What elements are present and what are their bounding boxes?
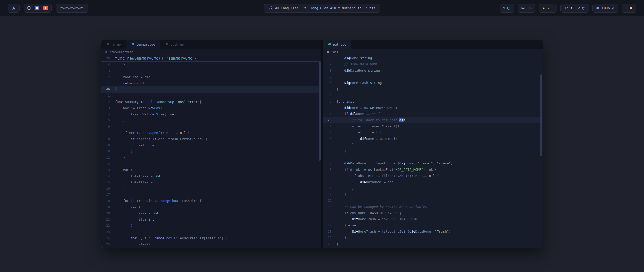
line-text: diqHome string	[337, 55, 372, 61]
keyboard-layout-module[interactable]: US	[518, 4, 535, 13]
app-launcher-button[interactable]	[8, 4, 20, 13]
line-text: item int	[115, 217, 154, 223]
code-line[interactable]: 11 }	[101, 155, 321, 161]
code-line[interactable]: 11 }	[323, 185, 543, 191]
code-line[interactable]: 3func init() {	[323, 98, 543, 105]
code-line[interactable]: 17	[101, 192, 321, 198]
code-line[interactable]: 14 totalSize int64	[101, 173, 321, 180]
code-line[interactable]: 8 if !errors.Is(err, trash.ErrNotFound) …	[101, 136, 321, 142]
code-line[interactable]: 10 }	[101, 148, 321, 155]
code-line[interactable]: 5}	[323, 86, 543, 92]
line-number: 19	[101, 204, 115, 211]
line-text: }	[337, 241, 339, 247]
code-line[interactable]: 21 item int	[101, 217, 321, 223]
code-line[interactable]: 3 difHome = u.HomeDir	[323, 136, 543, 142]
code-line[interactable]: 13 var (	[101, 167, 321, 173]
code-segment: string	[370, 81, 382, 85]
code-line[interactable]: 22 )	[101, 223, 321, 229]
code-line[interactable]: 5 }	[323, 148, 543, 154]
code-line[interactable]: 46}	[101, 86, 321, 93]
go-file-icon	[166, 43, 169, 46]
scrollbar[interactable]	[540, 74, 542, 156]
tab-rm.go[interactable]: rm.go	[101, 40, 126, 49]
code-line[interactable]: 6 DigHomeTrash string	[323, 80, 543, 86]
code-line[interactable]: 16 )	[101, 186, 321, 192]
code-line[interactable]: 12 }	[323, 191, 543, 198]
code-line[interactable]: 1	[101, 93, 321, 99]
code-area[interactable]: 4 }32 root.cmd = cmd1 return root46}12fu…	[101, 62, 321, 248]
code-line[interactable]: 23 // fallback to get home dia	[323, 117, 543, 123]
code-line[interactable]: 1 u, err := user.Current()	[323, 123, 543, 130]
line-number: 5	[323, 86, 337, 92]
code-line[interactable]: 3 box := trash.NewBox(	[101, 105, 321, 111]
code-line[interactable]: 4	[323, 92, 543, 99]
jump-label: y	[356, 230, 358, 233]
code-line[interactable]: 10 diqHome string	[323, 55, 543, 61]
code-line[interactable]: 12	[101, 161, 321, 167]
code-line[interactable]: 20}	[323, 241, 543, 247]
line-text: // fallback to get home dia	[337, 117, 406, 123]
tray-workspace-pill[interactable]: N	[24, 4, 52, 13]
code-line[interactable]: 14 // Can be changed by environment vari…	[323, 204, 543, 210]
clock-module[interactable]: 12:31:12	[560, 4, 589, 13]
code-line[interactable]: 10 diwDataHome = abs	[323, 179, 543, 185]
code-line[interactable]: 15 totalItem int	[101, 179, 321, 186]
code-line[interactable]: 2func summaryCmdRun(_ summaryOptions) er…	[101, 99, 321, 105]
code-line[interactable]: 3	[101, 68, 321, 74]
volume-module[interactable]: 100%	[592, 4, 618, 13]
line-number: 16	[101, 186, 115, 192]
jump-label: t	[356, 217, 358, 221]
code-line[interactable]: 18 DiyHomeTrash = filepath.Join(dioDataH…	[323, 229, 543, 235]
code-line[interactable]: 26func newSummaryCmd() *summaryCmd {	[101, 55, 321, 61]
code-line[interactable]: 25 item++	[101, 241, 321, 248]
weather-module[interactable]: 29°	[539, 4, 557, 13]
notifications-module[interactable]: 5	[622, 4, 636, 13]
code-line[interactable]: 19 var (	[101, 204, 321, 211]
media-player-module[interactable]: Wu-Tang Clan - Wu-Tang Clan Ain't Nuthin…	[264, 4, 380, 13]
code-line[interactable]: 8 dikDataHome string	[323, 67, 543, 74]
code-line[interactable]: 9 // $XDG_DATA_HOME	[323, 61, 543, 68]
code-line[interactable]: 18 for i, trashDir := range box.TrashDir…	[101, 198, 321, 204]
code-area[interactable]: 10 diqHome string9 // $XDG_DATA_HOME8 di…	[323, 55, 543, 248]
editor-pane-right: path.go init 10 diqHome string9 // $XDG_…	[323, 40, 543, 248]
code-segment: root.cmd = cmd	[115, 75, 150, 79]
code-line[interactable]: 9 if abs, err := filepath.Abs(d); err ==…	[323, 173, 543, 179]
code-segment: DataHome,	[415, 230, 435, 233]
updates-module[interactable]: 9	[500, 4, 514, 13]
code-line[interactable]: 23	[101, 229, 321, 235]
code-line[interactable]: 4 trash.WithGetSize(true),	[101, 111, 321, 118]
code-line[interactable]: 1 return root	[101, 80, 321, 87]
active-window-title[interactable]	[56, 4, 88, 13]
code-line[interactable]: 17 } else {	[323, 222, 543, 229]
code-line[interactable]: 24 for _, f := range box.FilesByTrashDir…	[101, 235, 321, 242]
scrollbar[interactable]	[319, 62, 321, 161]
tab-summary.go[interactable]: summary.go	[126, 40, 160, 49]
notion-app-icon[interactable]: N	[35, 6, 39, 10]
breadcrumb[interactable]: newSummaryCmd	[101, 49, 321, 55]
tab-path.go[interactable]: path.go	[323, 40, 352, 49]
code-line[interactable]: 19 }	[323, 235, 543, 241]
code-line[interactable]: 2 didHome = os.Getenv("HOME")	[323, 105, 543, 111]
browser-app-icon[interactable]	[27, 6, 31, 10]
code-line[interactable]: 7	[323, 74, 543, 80]
tab-path.go[interactable]: path.go	[160, 40, 189, 49]
code-line[interactable]: 7 if err := box.Open(); err != nil {	[101, 130, 321, 136]
code-line[interactable]: 6	[323, 154, 543, 161]
breadcrumb[interactable]: init	[323, 49, 543, 55]
code-line[interactable]: 1 if dilHome == "" {	[323, 111, 543, 117]
code-line[interactable]: 16 DitHomeTrash = env.HOME_TRASH_DIR	[323, 216, 543, 222]
code-line[interactable]: 13	[323, 198, 543, 204]
code-line[interactable]: 15 if env.HOME_TRASH_DIR != "" {	[323, 210, 543, 216]
code-line[interactable]: 20 size int64	[101, 210, 321, 217]
media-app-icon[interactable]	[43, 6, 48, 10]
breadcrumb-symbol-name: init	[331, 50, 339, 54]
code-line[interactable]: 2 if err == nil {	[323, 129, 543, 136]
code-line[interactable]: 4 }	[323, 142, 543, 148]
code-line[interactable]: 8 if d, ok := os.LookupEnv("XDG_DATA_HOM…	[323, 167, 543, 173]
code-line[interactable]: 7 dihDataHome = filepath.Join(dijHome, "…	[323, 160, 543, 167]
code-line[interactable]: 2 root.cmd = cmd	[101, 74, 321, 80]
code-line[interactable]: 9 return err	[101, 142, 321, 149]
code-line[interactable]: 4 }	[101, 62, 321, 68]
code-line[interactable]: 5 )	[101, 117, 321, 124]
code-line[interactable]: 6	[101, 124, 321, 130]
